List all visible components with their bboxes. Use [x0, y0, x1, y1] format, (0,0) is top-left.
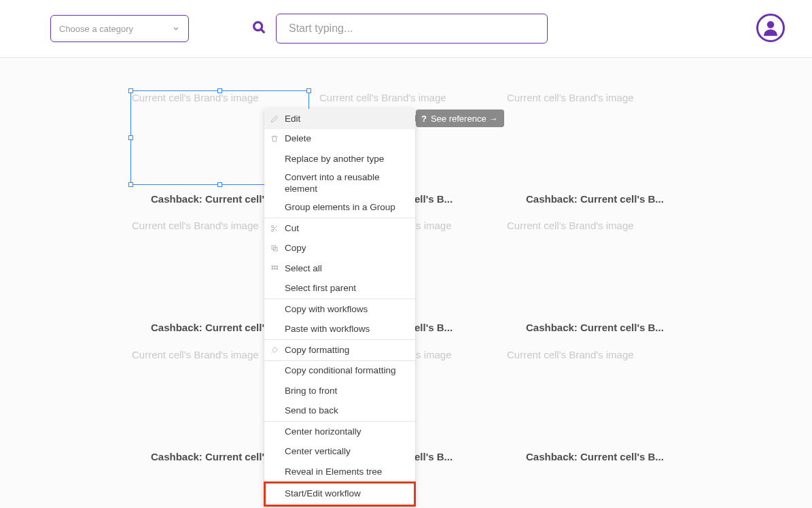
menu-item-label: Select first parent [285, 283, 356, 294]
menu-item-copy-with-workflows[interactable]: Copy with workflows [264, 299, 415, 320]
svg-point-2 [767, 21, 775, 28]
svg-rect-13 [272, 268, 274, 270]
image-placeholder[interactable]: Current cell's Brand's image [507, 349, 694, 360]
menu-item-label: Cut [285, 223, 299, 234]
menu-item-start-edit-workflow[interactable]: Start/Edit workflow [264, 482, 415, 506]
copy-icon [270, 244, 279, 252]
menu-item-delete[interactable]: Delete [264, 129, 415, 150]
resize-handle[interactable] [128, 135, 133, 140]
resize-handle[interactable] [306, 88, 311, 93]
menu-item-label: Group elements in a Group [285, 202, 395, 213]
svg-point-4 [272, 229, 274, 231]
menu-item-label: Start/Edit workflow [285, 488, 361, 499]
menu-item-label: Copy formatting [285, 345, 349, 356]
tooltip-text: See reference → [431, 114, 497, 124]
menu-item-reveal-in-elements-tree[interactable]: Reveal in Elements tree [264, 462, 415, 482]
menu-item-label: Convert into a reusable element [285, 172, 408, 194]
menu-item-label: Select all [285, 263, 322, 274]
chevron-down-icon [172, 24, 180, 33]
menu-item-center-vertically[interactable]: Center vertically [264, 442, 415, 462]
menu-item-label: Copy conditional formatting [285, 365, 396, 376]
svg-line-6 [275, 229, 277, 231]
image-placeholder[interactable]: Current cell's Brand's image [319, 92, 507, 103]
svg-line-7 [273, 227, 275, 228]
image-placeholder[interactable]: Current cell's Brand's image [507, 92, 694, 103]
menu-item-label: Copy [285, 243, 306, 254]
category-select[interactable]: Choose a category [50, 15, 189, 42]
cashback-label[interactable]: Cashback: Current cell's B... [507, 322, 694, 333]
trash-icon [270, 135, 279, 143]
svg-rect-12 [277, 265, 279, 267]
resize-handle[interactable] [128, 182, 133, 187]
help-icon: ? [421, 114, 427, 124]
cashback-label[interactable]: Cashback: Current cell's B... [507, 451, 694, 462]
svg-rect-14 [274, 268, 276, 270]
menu-item-center-horizontally[interactable]: Center horizontally [264, 422, 415, 442]
menu-item-convert-into-a-reusable-element[interactable]: Convert into a reusable element [264, 169, 415, 198]
grid-icon [270, 265, 279, 273]
resize-handle[interactable] [217, 182, 222, 187]
search-input[interactable] [276, 14, 548, 44]
design-canvas[interactable]: Current cell's Brand's image Cashback: C… [0, 58, 812, 508]
menu-item-copy-formatting[interactable]: Copy formatting [264, 340, 415, 360]
brush-icon [270, 346, 279, 354]
svg-line-1 [261, 29, 264, 32]
image-placeholder[interactable]: Current cell's Brand's image [507, 220, 694, 231]
search-wrap [251, 14, 548, 44]
menu-item-select-all[interactable]: Select all [264, 258, 415, 279]
menu-item-label: Send to back [285, 405, 338, 416]
svg-rect-15 [277, 268, 279, 270]
menu-item-label: Replace by another type [285, 154, 384, 165]
resize-handle[interactable] [128, 88, 133, 93]
category-placeholder: Choose a category [59, 24, 133, 34]
menu-item-send-to-back[interactable]: Send to back [264, 401, 415, 422]
menu-item-label: Center horizontally [285, 426, 361, 437]
menu-item-bring-to-front[interactable]: Bring to front [264, 381, 415, 401]
svg-rect-10 [272, 265, 274, 267]
menu-item-cut[interactable]: Cut [264, 218, 415, 239]
menu-item-edit[interactable]: Edit [264, 109, 415, 129]
top-bar: Choose a category [0, 0, 812, 58]
menu-item-label: Paste with workflows [285, 324, 370, 335]
pencil-icon [270, 115, 279, 123]
menu-item-label: Center vertically [285, 446, 351, 457]
menu-item-paste-with-workflows[interactable]: Paste with workflows [264, 320, 415, 340]
user-icon [761, 18, 780, 37]
menu-item-label: Edit [285, 114, 300, 124]
menu-item-label: Delete [285, 133, 311, 144]
menu-item-copy[interactable]: Copy [264, 239, 415, 259]
menu-item-label: Copy with workflows [285, 304, 368, 315]
avatar[interactable] [756, 14, 785, 42]
svg-rect-11 [274, 265, 276, 267]
scissors-icon [270, 224, 279, 233]
menu-item-label: Bring to front [285, 386, 337, 396]
reference-tooltip[interactable]: ? See reference → [416, 109, 504, 127]
resize-handle[interactable] [217, 88, 222, 93]
menu-item-group-elements-in-a-group[interactable]: Group elements in a Group [264, 198, 415, 218]
menu-item-copy-conditional-formatting[interactable]: Copy conditional formatting [264, 361, 415, 382]
context-menu: EditDeleteReplace by another typeConvert… [264, 109, 415, 506]
menu-item-label: Reveal in Elements tree [285, 467, 382, 477]
menu-item-select-first-parent[interactable]: Select first parent [264, 279, 415, 299]
cashback-label[interactable]: Cashback: Current cell's B... [507, 193, 694, 205]
search-icon [251, 20, 266, 37]
svg-point-3 [272, 225, 274, 227]
menu-item-replace-by-another-type[interactable]: Replace by another type [264, 149, 415, 169]
